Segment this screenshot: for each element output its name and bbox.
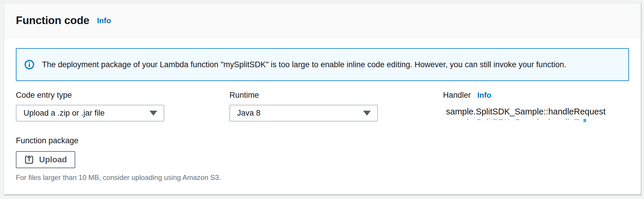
panel-info-link[interactable]: Info <box>97 16 111 25</box>
function-code-panel: Function code Info The deployment packag… <box>4 3 641 195</box>
runtime-label: Runtime <box>229 91 259 100</box>
function-package-label: Function package <box>16 136 78 145</box>
panel-body: The deployment package of your Lambda fu… <box>4 38 641 182</box>
field-runtime: Runtime Java 8 <box>229 91 378 122</box>
code-entry-type-select[interactable]: Upload a .zip or .jar file <box>16 105 164 122</box>
runtime-select[interactable]: Java 8 <box>229 105 378 122</box>
function-package-section: Function package Upload For files larger… <box>16 136 629 182</box>
upload-button[interactable]: Upload <box>16 151 75 168</box>
panel-title: Function code <box>16 14 89 27</box>
code-entry-type-value: Upload a .zip or .jar file <box>24 109 105 118</box>
panel-header: Function code Info <box>4 3 641 38</box>
info-circle-icon <box>24 59 35 70</box>
handler-label: Handler <box>443 91 471 100</box>
upload-button-label: Upload <box>39 155 67 164</box>
handler-label-row: Handler Info <box>443 91 629 100</box>
caret-down-icon <box>150 111 157 116</box>
handler-value[interactable]: sample.SplitSDK_Sample::handleRequest <box>443 107 629 117</box>
handler-info-link[interactable]: Info <box>477 91 492 100</box>
fields-row: Code entry type Upload a .zip or .jar fi… <box>16 91 629 122</box>
upload-hint: For files larger than 10 MB, consider up… <box>16 173 629 182</box>
info-alert: The deployment package of your Lambda fu… <box>16 48 629 81</box>
runtime-value: Java 8 <box>237 109 261 118</box>
alert-message: The deployment package of your Lambda fu… <box>42 60 566 69</box>
field-handler: Handler Info sample.SplitSDK_Sample::han… <box>443 91 629 122</box>
text-cursor-artifact <box>583 119 586 122</box>
handler-value-ghost: sample.SplitSDK_Sample::handleRequest <box>443 117 629 120</box>
upload-box-arrow-icon <box>24 155 34 165</box>
caret-down-icon <box>363 111 371 116</box>
code-entry-type-label: Code entry type <box>16 91 72 100</box>
field-code-entry-type: Code entry type Upload a .zip or .jar fi… <box>16 91 164 122</box>
